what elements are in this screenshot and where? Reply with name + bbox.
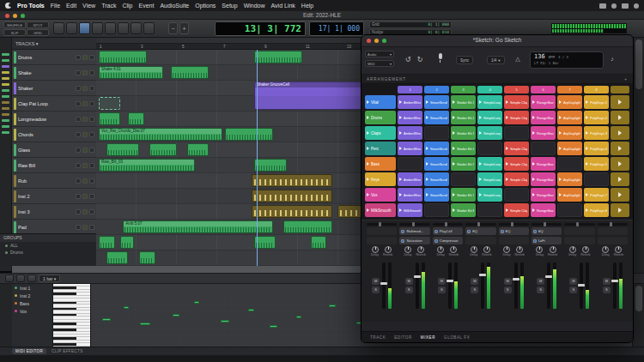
selector-tool-icon[interactable] xyxy=(79,22,90,34)
knob-dial-icon[interactable] xyxy=(417,246,424,253)
loop-cell[interactable]: PolyKeys 3 xyxy=(584,126,609,140)
loop-cell[interactable]: MilkSmooth 8 xyxy=(398,203,422,217)
count-in-icon[interactable]: ♪ xyxy=(607,54,617,64)
fader-track[interactable] xyxy=(580,262,583,309)
clip[interactable]: Vox_Rat_Chords_Dist.07 xyxy=(99,128,222,141)
knob-dial-icon[interactable] xyxy=(516,246,523,253)
send-knob[interactable]: Reverb xyxy=(515,246,525,259)
piano-black-key[interactable] xyxy=(53,293,76,294)
knob-dial-icon[interactable] xyxy=(569,246,576,253)
insert-slot[interactable]: PlayCell xyxy=(433,227,463,235)
grid-track-header[interactable]: Vital xyxy=(365,95,396,109)
scene-trigger[interactable] xyxy=(611,203,629,217)
loop-cell[interactable]: Simple Clap 6 xyxy=(504,172,529,186)
loop-cell[interactable]: Simple Clap 2 xyxy=(504,111,529,124)
clip[interactable] xyxy=(120,236,134,249)
solo-button[interactable] xyxy=(82,209,88,214)
track-row[interactable]: Raw Bill xyxy=(12,158,96,173)
mute-button[interactable]: M xyxy=(603,278,611,285)
clip[interactable] xyxy=(139,251,155,264)
grid-value-row[interactable]: Grid 0| 1| 000 xyxy=(369,21,452,28)
empty-cell[interactable] xyxy=(424,126,449,140)
scene-column-header[interactable]: 3 xyxy=(451,86,476,94)
grid-track-header[interactable]: Perc xyxy=(365,142,396,155)
fader-handle[interactable] xyxy=(513,278,519,281)
clip[interactable]: Shake 4.01 xyxy=(99,66,163,79)
tracks-panel-header[interactable]: TRACKS ▾ xyxy=(12,38,96,50)
loop-cell[interactable]: ResignStar 1 xyxy=(531,95,556,109)
clip[interactable] xyxy=(252,174,332,187)
record-arm-button[interactable] xyxy=(76,86,81,91)
loop-cell[interactable]: SimpleLoops 2 xyxy=(477,111,502,124)
record-arm-button[interactable] xyxy=(76,163,81,168)
knob-dial-icon[interactable] xyxy=(450,246,457,253)
piano-black-key[interactable] xyxy=(53,308,76,310)
scene-column-header[interactable]: 2 xyxy=(424,86,449,94)
solo-button[interactable] xyxy=(82,55,88,60)
loop-cell[interactable]: Simple Clap 8 xyxy=(504,203,529,217)
record-arm-button[interactable] xyxy=(76,194,81,199)
track-row[interactable]: Rub xyxy=(12,173,96,189)
loop-cell[interactable]: ResignStar 2 xyxy=(531,111,556,124)
mute-button[interactable] xyxy=(89,86,94,91)
fader-handle[interactable] xyxy=(414,275,421,278)
send-slider[interactable] xyxy=(465,223,495,226)
empty-insert-slot[interactable] xyxy=(367,237,397,244)
mute-button[interactable] xyxy=(89,117,94,122)
fader-handle[interactable] xyxy=(380,282,387,285)
clip[interactable] xyxy=(254,51,302,63)
edit-mode-slip[interactable]: SLIP xyxy=(3,29,26,36)
knob-dial-icon[interactable] xyxy=(385,246,392,253)
empty-cell[interactable] xyxy=(398,157,422,171)
track-row[interactable]: Clap Pat Loop xyxy=(12,96,96,112)
solo-button[interactable] xyxy=(82,225,88,230)
mini-track-item[interactable] xyxy=(0,130,11,136)
loop-cell[interactable]: AmberWind 4 xyxy=(398,142,422,155)
loop-cell[interactable]: SmartScroll 6 xyxy=(424,172,449,186)
loop-cell[interactable]: ResignStar 6 xyxy=(531,172,556,186)
loop-cell[interactable]: AmberWind 2 xyxy=(398,111,422,124)
scene-trigger[interactable] xyxy=(611,142,629,155)
clip[interactable] xyxy=(128,112,144,125)
tab-global-fx[interactable]: GLOBAL FX xyxy=(444,335,470,340)
track-row[interactable]: Shaker xyxy=(12,81,96,96)
mini-track-item[interactable] xyxy=(0,75,11,81)
solo-button[interactable] xyxy=(82,132,88,137)
plus-icon[interactable]: + xyxy=(624,75,628,83)
pencil-tool-icon[interactable] xyxy=(118,22,129,34)
midi-note[interactable] xyxy=(270,325,277,328)
mute-button[interactable]: M xyxy=(438,278,446,285)
track-row[interactable]: Inst 3 xyxy=(12,204,96,220)
scene-column-header[interactable]: 7 xyxy=(557,86,582,94)
tab-mixer[interactable]: MIXER xyxy=(421,335,435,340)
loop-cell[interactable]: ArpDaylight 1 xyxy=(557,95,582,109)
insert-enable-checkbox[interactable] xyxy=(434,239,438,243)
menu-item-file[interactable]: File xyxy=(51,3,60,9)
empty-cell[interactable] xyxy=(504,126,529,140)
tempo-display[interactable]: 136 BPM 4 / 4 LT EQ: 1 Bar xyxy=(530,51,604,69)
clip[interactable] xyxy=(311,236,327,249)
send-knob[interactable]: Reverb xyxy=(449,246,459,259)
empty-insert-slot[interactable] xyxy=(564,237,594,244)
send-slider[interactable] xyxy=(433,223,463,226)
empty-insert-slot[interactable] xyxy=(367,227,397,235)
microphone-icon[interactable] xyxy=(437,53,443,63)
mute-button[interactable] xyxy=(89,101,94,106)
scene-trigger[interactable] xyxy=(611,126,629,140)
record-arm-button[interactable] xyxy=(76,209,81,214)
menu-item-audiosuite[interactable]: AudioSuite xyxy=(160,3,189,9)
insert-slot[interactable]: Saturation xyxy=(399,237,429,244)
solo-button[interactable]: S xyxy=(372,287,380,293)
mute-button[interactable] xyxy=(89,163,94,168)
send-slider[interactable] xyxy=(564,223,594,226)
loop-cell[interactable]: PolyKeys 1 xyxy=(584,95,609,109)
clip[interactable] xyxy=(187,143,209,156)
tab-track[interactable]: TRACK xyxy=(370,335,386,340)
mute-button[interactable] xyxy=(89,194,94,199)
mini-track-item[interactable] xyxy=(0,51,11,57)
mute-button[interactable] xyxy=(89,209,94,214)
empty-cell[interactable] xyxy=(504,188,529,202)
smart-tool-icon[interactable] xyxy=(131,22,142,34)
edit-mode-shuffle[interactable]: SHUFFLE xyxy=(3,21,26,28)
apple-menu-icon[interactable] xyxy=(5,3,11,9)
